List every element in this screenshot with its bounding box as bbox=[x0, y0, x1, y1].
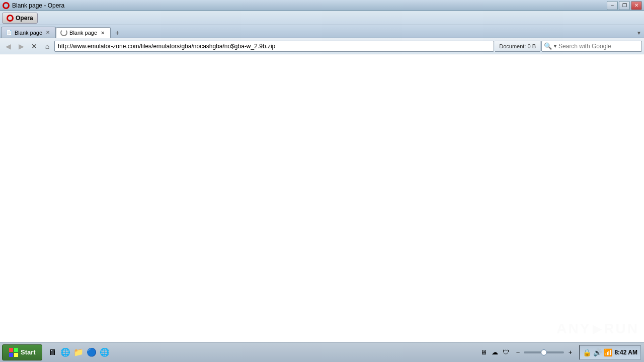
svg-rect-3 bbox=[14, 353, 18, 357]
taskbar-media-icon[interactable]: 🔵 bbox=[86, 346, 98, 358]
stop-button[interactable]: ✕ bbox=[28, 40, 40, 52]
tab-1-close[interactable]: ✕ bbox=[44, 29, 51, 36]
taskbar-right: 🖥 ☁ 🛡 − + 🔒 🔊 📶 8:42 AM bbox=[475, 345, 644, 360]
volume-tray-icon[interactable]: 🔊 bbox=[593, 348, 602, 356]
svg-rect-1 bbox=[14, 348, 18, 352]
document-size: 0 B bbox=[527, 43, 536, 49]
opera-logo-small bbox=[3, 2, 10, 9]
system-tray: 🔒 🔊 📶 8:42 AM bbox=[579, 345, 641, 360]
forward-button[interactable]: ▶ bbox=[15, 40, 27, 52]
tab-1[interactable]: 📄 Blank page ✕ bbox=[1, 27, 56, 38]
search-icon: 🔍 bbox=[544, 42, 552, 50]
tab-1-icon: 📄 bbox=[6, 29, 13, 36]
taskbar-items: 🖥 🌐 📁 🔵 🌐 bbox=[46, 346, 111, 358]
address-input[interactable] bbox=[58, 43, 491, 50]
shield-icon[interactable]: 🛡 bbox=[501, 347, 511, 357]
tab-2-label: Blank page bbox=[69, 30, 97, 36]
address-bar[interactable] bbox=[54, 41, 494, 52]
watermark: ANY ▶ RUN bbox=[556, 321, 639, 337]
taskbar-folder-icon[interactable]: 📁 bbox=[72, 346, 85, 358]
svg-rect-0 bbox=[9, 348, 13, 352]
opera-title-icon bbox=[2, 2, 10, 10]
search-input[interactable] bbox=[558, 43, 639, 50]
close-button[interactable]: ✕ bbox=[631, 1, 642, 10]
watermark-any: ANY bbox=[556, 321, 591, 337]
title-bar: Blank page - Opera – ❐ ✕ bbox=[0, 0, 644, 11]
search-engine-dropdown[interactable]: ▼ bbox=[553, 44, 557, 49]
opera-logo-icon bbox=[7, 15, 14, 22]
zoom-in-icon[interactable]: + bbox=[565, 347, 575, 357]
window-title: Blank page - Opera bbox=[12, 2, 64, 9]
zoom-slider-area: − + bbox=[513, 347, 575, 357]
watermark-play-icon: ▶ bbox=[593, 322, 602, 336]
navigation-bar: ◀ ▶ ✕ ⌂ Document: 0 B 🔍 ▼ bbox=[0, 38, 644, 54]
tab-2-loading-icon bbox=[60, 29, 67, 36]
zoom-out-icon[interactable]: − bbox=[513, 347, 523, 357]
tab-2[interactable]: Blank page ✕ bbox=[56, 27, 111, 38]
tab-1-label: Blank page bbox=[15, 30, 42, 36]
document-info: Document: 0 B bbox=[495, 41, 540, 52]
home-button[interactable]: ⌂ bbox=[41, 40, 53, 52]
back-button[interactable]: ◀ bbox=[2, 40, 14, 52]
cloud-icon[interactable]: ☁ bbox=[490, 347, 500, 357]
watermark-run: RUN bbox=[604, 321, 639, 337]
zoom-slider[interactable] bbox=[524, 351, 564, 353]
tab-2-close[interactable]: ✕ bbox=[99, 29, 106, 36]
taskbar-opera-icon[interactable]: 🌐 bbox=[99, 346, 111, 358]
browser-content bbox=[0, 54, 644, 342]
status-icons: 🖥 ☁ 🛡 bbox=[478, 347, 511, 357]
tab-scroll-right[interactable]: ▼ bbox=[635, 28, 643, 38]
svg-rect-2 bbox=[9, 353, 13, 357]
security-tray-icon[interactable]: 🔒 bbox=[583, 348, 591, 356]
restore-button[interactable]: ❐ bbox=[619, 1, 630, 10]
taskbar: Start 🖥 🌐 📁 🔵 🌐 🖥 ☁ 🛡 − + 🔒 🔊 📶 8:42 AM bbox=[0, 342, 644, 362]
start-button[interactable]: Start bbox=[2, 344, 42, 360]
opera-toolbar: Opera bbox=[0, 11, 644, 25]
title-bar-left: Blank page - Opera bbox=[2, 2, 64, 10]
system-clock: 8:42 AM bbox=[614, 349, 637, 356]
tab-bar: 📄 Blank page ✕ Blank page ✕ + ▼ bbox=[0, 25, 644, 38]
document-label: Document: bbox=[499, 43, 526, 49]
taskbar-show-desktop[interactable]: 🖥 bbox=[46, 346, 58, 358]
opera-menu-button[interactable]: Opera bbox=[2, 13, 38, 24]
windows-logo-icon bbox=[9, 347, 19, 357]
add-tab-button[interactable]: + bbox=[112, 28, 123, 38]
network-tray-icon[interactable]: 📶 bbox=[604, 348, 612, 356]
start-label: Start bbox=[21, 348, 36, 356]
opera-label: Opera bbox=[16, 15, 33, 22]
show-desktop-icon[interactable]: 🖥 bbox=[478, 347, 489, 357]
window-controls: – ❐ ✕ bbox=[607, 1, 642, 10]
zoom-slider-thumb bbox=[541, 349, 547, 355]
taskbar-ie-icon[interactable]: 🌐 bbox=[59, 346, 71, 358]
search-bar[interactable]: 🔍 ▼ bbox=[541, 41, 642, 52]
minimize-button[interactable]: – bbox=[607, 1, 618, 10]
